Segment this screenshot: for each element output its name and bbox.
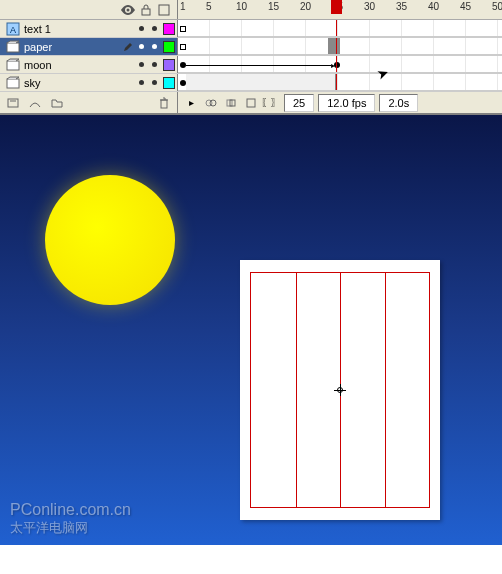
svg-rect-6 [7,61,19,70]
layer-name-label: sky [24,77,139,89]
symbol-layer-icon [6,40,20,54]
onion-skin-outlines-button[interactable] [222,94,240,112]
registration-point-icon [334,384,346,396]
svg-point-0 [127,8,130,11]
watermark-line2: 太平洋电脑网 [10,519,131,537]
svg-text:A: A [10,25,16,35]
ruler-label: 30 [364,1,375,12]
layer-info[interactable]: moon [0,56,178,73]
ruler-label: 1 [180,1,186,12]
layer-color-swatch[interactable] [163,41,175,53]
layer-info[interactable]: paper [0,38,178,55]
ruler-label: 5 [206,1,212,12]
moon-symbol[interactable] [45,175,175,305]
layer-toggles[interactable] [139,62,157,67]
layer-color-swatch[interactable] [163,77,175,89]
ruler-label: 15 [268,1,279,12]
svg-rect-14 [247,99,255,107]
layer-color-swatch[interactable] [163,23,175,35]
frames-area[interactable]: ▸ [178,56,502,73]
layer-name-label: moon [24,59,139,71]
center-frame-button[interactable]: ▸ [182,94,200,112]
frames-area[interactable] [178,74,502,91]
layer-name-label: paper [24,41,123,53]
onion-skin-button[interactable] [202,94,220,112]
eye-icon[interactable] [121,3,135,17]
layer-controls: ▸ 〖〗 25 12.0 fps 2.0s [0,92,502,114]
layer-name-label: text 1 [24,23,139,35]
outline-icon[interactable] [157,3,171,17]
playhead[interactable] [331,0,342,14]
svg-rect-2 [159,5,169,15]
watermark-line1: PConline.com.cn [10,501,131,518]
layer-row-text-1[interactable]: Atext 1 [0,20,502,38]
watermark: PConline.com.cn 太平洋电脑网 [10,501,131,537]
ruler-label: 40 [428,1,439,12]
layer-info[interactable]: Atext 1 [0,20,178,37]
edit-multiple-frames-button[interactable] [242,94,260,112]
lock-icon[interactable] [139,3,153,17]
new-motion-guide-button[interactable] [26,94,44,112]
svg-rect-8 [8,99,18,107]
text-layer-icon: A [6,22,20,36]
ruler-label: 45 [460,1,471,12]
layer-info[interactable]: sky [0,74,178,91]
layer-toggles[interactable] [139,44,157,49]
layer-toggles[interactable] [139,26,157,31]
new-folder-button[interactable] [48,94,66,112]
symbol-layer-icon [6,58,20,72]
layer-toggles[interactable] [139,80,157,85]
layer-color-swatch[interactable] [163,59,175,71]
modify-onion-markers-button[interactable]: 〖〗 [262,94,280,112]
layer-row-paper[interactable]: paper [0,38,502,56]
frame-ruler[interactable]: 1 5 10 15 20 25 30 35 40 45 50 [178,0,502,19]
svg-rect-1 [142,9,150,15]
svg-rect-9 [161,100,167,108]
timeline-panel: 1 5 10 15 20 25 30 35 40 45 50 Atext 1pa… [0,0,502,115]
symbol-layer-icon [6,76,20,90]
delete-layer-button[interactable] [155,94,173,112]
stage[interactable]: PConline.com.cn 太平洋电脑网 [0,115,502,545]
ruler-label: 10 [236,1,247,12]
paper-symbol[interactable] [240,260,440,520]
elapsed-time-display: 2.0s [379,94,418,112]
frames-area[interactable] [178,20,502,37]
frame-rate-display: 12.0 fps [318,94,375,112]
svg-point-11 [210,100,216,106]
ruler-label: 35 [396,1,407,12]
timeline-header: 1 5 10 15 20 25 30 35 40 45 50 [0,0,502,20]
pencil-icon [123,42,133,52]
new-layer-button[interactable] [4,94,22,112]
current-frame-display: 25 [284,94,314,112]
ruler-label: 50 [492,1,502,12]
layer-row-moon[interactable]: moon▸ [0,56,502,74]
svg-rect-7 [7,79,19,88]
frames-area[interactable] [178,38,502,55]
layer-column-header [0,0,178,19]
ruler-label: 20 [300,1,311,12]
svg-rect-5 [7,43,19,52]
layer-row-sky[interactable]: sky [0,74,502,92]
